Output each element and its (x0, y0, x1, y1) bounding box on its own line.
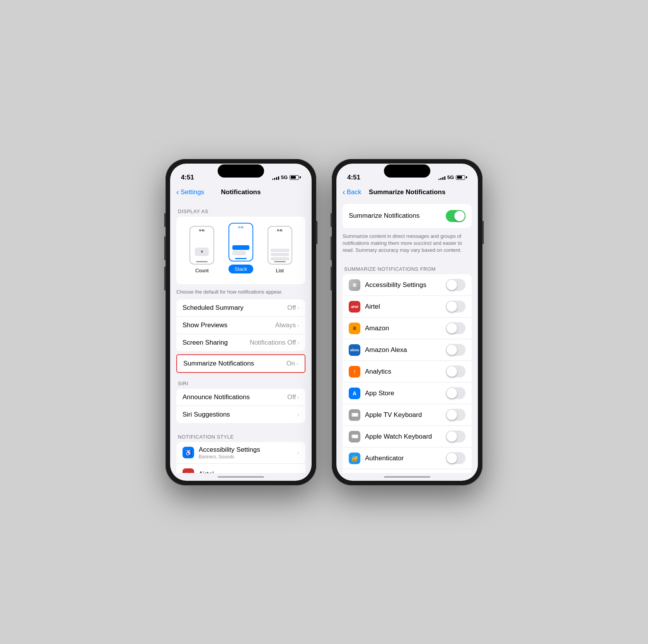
app-row-p2-alexa[interactable]: alexa Amazon Alexa (343, 339, 472, 361)
show-previews-row[interactable]: Show Previews Always › (176, 317, 305, 334)
signal-bars-2 (438, 175, 445, 180)
back-button[interactable]: ‹ Settings (176, 188, 204, 196)
phone-power-button (316, 221, 317, 244)
phone2-volume-up-button (331, 236, 332, 260)
announce-notifications-row[interactable]: Announce Notifications Off › (176, 389, 305, 406)
summarize-description: Summarize content in direct messages and… (336, 231, 478, 259)
page-title: Notifications (221, 188, 261, 196)
signal-bar-4 (278, 176, 279, 180)
network-type: 5G (281, 174, 288, 180)
app-row-p2-amazon[interactable]: ≡ Amazon (343, 318, 472, 339)
scheduled-summary-row[interactable]: Scheduled Summary Off › (176, 299, 305, 317)
notification-style-label: NOTIFICATION STYLE (170, 426, 312, 442)
app-row-p2-analytics[interactable]: ↑ Analytics (343, 361, 472, 383)
announce-notifications-value: Off (287, 393, 296, 401)
alexa-toggle[interactable] (446, 344, 466, 356)
display-option-list-label: List (276, 268, 284, 273)
chevron-icon-2: › (297, 322, 299, 328)
screen-sharing-row[interactable]: Screen Sharing Notifications Off › (176, 334, 305, 351)
summarize-toggle-label: Summarize Notifications (349, 212, 446, 220)
apple-tv-keyboard-icon: ⌨ (349, 409, 360, 421)
back-chevron-icon-2: ‹ (343, 188, 345, 196)
signal-bar-1 (272, 179, 273, 180)
display-option-count[interactable]: 9:41 9 Count (189, 226, 214, 273)
accessibility-settings-icon: ⊞ (349, 279, 360, 291)
display-hint: Choose the default for how notifications… (170, 287, 312, 296)
app-row-p2-bloomberg[interactable]: B Bloomberg (343, 469, 472, 473)
summarize-notifications-value: On (286, 360, 295, 367)
chevron-icon-3: › (297, 340, 299, 346)
display-option-stack[interactable]: 9:41 Stack (229, 223, 254, 273)
chevron-icon-5: › (297, 394, 299, 400)
analytics-toggle[interactable] (446, 366, 466, 378)
status-time-2: 4:51 (347, 174, 360, 181)
summarize-notifications-row-highlighted[interactable]: Summarize Notifications On › (176, 354, 305, 373)
phone-mock-count: 9:41 9 (189, 226, 214, 265)
phone-1: 4:51 5G (165, 159, 316, 485)
battery-icon-2 (456, 175, 467, 180)
back-button-2[interactable]: ‹ Back (343, 188, 361, 196)
network-type-2: 5G (447, 174, 454, 180)
analytics-icon: ↑ (349, 366, 360, 378)
app-row-airtel[interactable]: airtel Airtel › (176, 464, 305, 473)
status-time: 4:51 (181, 174, 194, 181)
app-row-p2-authenticator[interactable]: 🔐 Authenticator (343, 448, 472, 469)
signal-bar-3 (276, 177, 277, 180)
apple-tv-keyboard-name: Apple TV Keyboard (365, 411, 446, 419)
display-as-card: 9:41 9 Count 9:41 (176, 217, 305, 284)
summarize-toggle[interactable] (446, 210, 466, 222)
screen-sharing-right: Notifications Off › (250, 339, 299, 347)
app-row-p2-airtel[interactable]: airtel Airtel (343, 296, 472, 318)
accessibility-toggle[interactable] (446, 279, 466, 291)
app-row-p2-appstore[interactable]: A App Store (343, 383, 472, 404)
summarize-notifications-right: On › (286, 360, 298, 367)
appstore-icon: A (349, 388, 360, 399)
accessibility-name: Accessibility Settings (199, 446, 297, 454)
summarize-notifications-row: Summarize Notifications On › (177, 355, 305, 372)
alexa-name-p2: Amazon Alexa (365, 346, 446, 354)
amazon-toggle[interactable] (446, 322, 466, 334)
appstore-name: App Store (365, 389, 446, 397)
accessibility-subtitle: Banners, Sounds (199, 454, 297, 460)
scheduled-summary-right: Off › (287, 304, 299, 312)
app-row-p2-accessibility[interactable]: ⊞ Accessibility Settings (343, 274, 472, 296)
screen-sharing-value: Notifications Off (250, 339, 296, 347)
authenticator-toggle[interactable] (446, 452, 466, 464)
app-info-accessibility: Accessibility Settings Banners, Sounds (199, 446, 297, 460)
scheduled-summary-value: Off (287, 304, 296, 312)
phone-mock-list: 9:41 (268, 226, 292, 265)
airtel-icon: airtel (182, 468, 194, 473)
siri-suggestions-row[interactable]: Siri Suggestions › (176, 406, 305, 423)
apple-watch-keyboard-toggle[interactable] (446, 430, 466, 442)
phone-mute-button (164, 213, 165, 227)
appstore-toggle[interactable] (446, 387, 466, 399)
phone-volume-down-button (164, 266, 165, 290)
apps-list-card: ⊞ Accessibility Settings airtel Airtel ≡… (343, 274, 472, 473)
battery-icon (290, 175, 301, 180)
authenticator-name: Authenticator (365, 454, 446, 462)
phone2-mute-button (331, 213, 332, 227)
apple-watch-keyboard-name: Apple Watch Keyboard (365, 433, 446, 441)
summarize-toggle-card: Summarize Notifications (343, 204, 472, 228)
scene: 4:51 5G (165, 159, 483, 485)
phone-mock-stack: 9:41 (229, 223, 253, 261)
dynamic-island-2 (384, 164, 430, 178)
app-row-accessibility[interactable]: ♿ Accessibility Settings Banners, Sounds… (176, 442, 305, 464)
nav-header-2: ‹ Back Summarize Notifications (336, 185, 478, 201)
siri-suggestions-right: › (297, 412, 299, 418)
airtel-toggle[interactable] (446, 301, 466, 313)
app-row-p2-apple-tv-keyboard[interactable]: ⌨ Apple TV Keyboard (343, 404, 472, 426)
display-options: 9:41 9 Count 9:41 (182, 223, 299, 273)
accessibility-settings-name: Accessibility Settings (365, 281, 446, 289)
display-option-count-label: Count (195, 268, 209, 273)
phone2-power-button (483, 221, 484, 244)
apple-tv-keyboard-toggle[interactable] (446, 409, 466, 421)
analytics-name: Analytics (365, 368, 446, 376)
alexa-icon-p2: alexa (349, 344, 360, 356)
home-indicator-2 (336, 473, 478, 481)
from-section-label: SUMMARIZE NOTIFICATIONS FROM (336, 258, 478, 274)
display-option-list[interactable]: 9:41 List (268, 226, 292, 273)
siri-section-label: SIRI (170, 373, 312, 389)
app-row-p2-apple-watch-keyboard[interactable]: ⌨ Apple Watch Keyboard (343, 426, 472, 448)
signal-bar-2 (274, 178, 275, 180)
